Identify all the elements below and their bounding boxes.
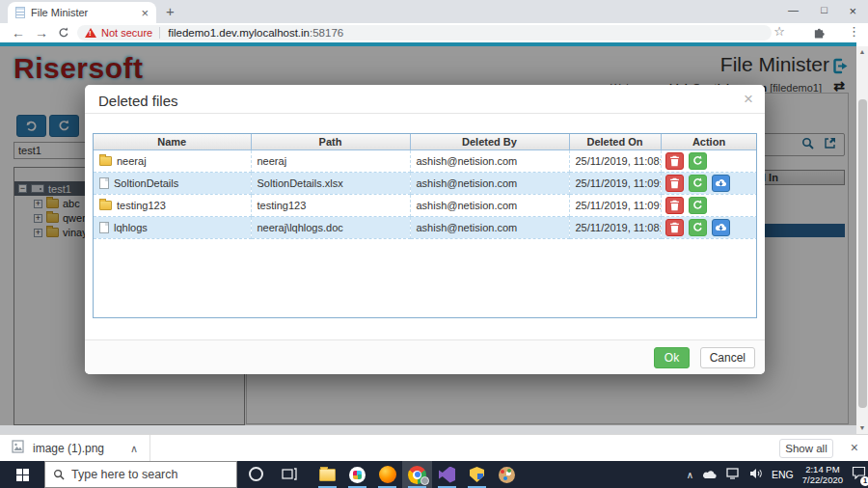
delete-button[interactable] [665,197,684,214]
restore-button[interactable] [689,219,707,236]
delete-button[interactable] [665,175,684,192]
deleted-file-row[interactable]: SoltionDetailsSoltionDetails.xlsxashish@… [94,172,757,194]
deleted-by: ashish@netision.com [410,149,569,172]
language-indicator[interactable]: ENG [772,469,794,480]
file-path: testing123 [251,194,410,216]
new-tab-button[interactable]: + [166,3,175,19]
taskbar-app-shield[interactable] [462,461,492,488]
start-button[interactable] [0,461,44,488]
not-secure-warning-icon[interactable] [85,28,96,38]
screen: File Minister × + — □ × ← → Not secure f… [0,0,868,488]
windows-logo-icon [16,469,29,481]
window-minimize-button[interactable]: — [788,4,799,15]
ok-button[interactable]: Ok [654,347,690,368]
deleted-on: 25/11/2019, 11:09:22 am [569,194,661,216]
col-deleted-on[interactable]: Deleted On [569,134,661,149]
back-icon[interactable]: ← [12,24,25,41]
taskbar-apps [312,461,522,488]
onedrive-cloud-icon[interactable] [702,466,718,483]
cortana-icon[interactable] [249,467,263,481]
paint-icon [499,467,515,483]
image-file-icon [12,440,24,457]
action-center-icon[interactable]: 1 [852,466,866,483]
modal-header: Deleted files × [85,85,765,114]
refresh-icon[interactable] [58,25,69,42]
file-icon [99,177,109,189]
show-all-button[interactable]: Show all [779,439,833,458]
url-bar[interactable]: Not secure filedemo1.dev.mylocalhost.in … [77,25,772,41]
deleted-file-row[interactable]: testing123testing123ashish@netision.com2… [94,194,757,216]
window-maximize-button[interactable]: □ [821,4,827,15]
download-filename[interactable]: image (1).png [33,442,104,455]
url-host[interactable]: filedemo1.dev.mylocalhost.in [168,27,310,39]
modal-body: Name Path Deleted By Deleted On Action n… [85,114,765,318]
bookmark-star-icon[interactable]: ☆ [773,24,785,39]
deleted-by: ashish@netision.com [410,172,569,194]
deleted-file-row[interactable]: neerajneerajashish@netision.com25/11/201… [94,149,757,172]
deleted-on: 25/11/2019, 11:08:21 am [569,216,661,238]
notification-badge: 1 [860,476,868,486]
restore-button[interactable] [689,152,707,170]
volume-icon[interactable] [749,466,763,483]
download-button[interactable] [712,175,730,192]
tab-strip: File Minister × + — □ × [0,0,868,23]
browser-tab[interactable]: File Minister × [8,2,156,23]
scroll-up-icon[interactable]: ▲ [856,46,868,58]
restore-button[interactable] [689,175,707,192]
browser-scrollbar[interactable]: ▲ ▼ [856,46,868,434]
extensions-puzzle-icon[interactable] [813,26,826,43]
taskbar-app-firefox[interactable] [372,461,402,488]
file-path: neeraj [251,149,410,172]
file-path: SoltionDetails.xlsx [251,172,410,194]
modal-title: Deleted files [98,93,178,109]
tab-close-icon[interactable]: × [141,6,149,20]
taskbar-search[interactable] [44,461,237,488]
taskbar: ∧ ENG 2:14 PM 7/22/2020 1 [0,461,868,488]
deleted-on: 25/11/2019, 11:08:21 am [569,149,661,172]
taskbar-app-paint[interactable] [492,461,522,488]
clock-date: 7/22/2020 [802,474,843,485]
cancel-button[interactable]: Cancel [700,347,755,368]
browser-menu-icon[interactable]: ⋮ [848,24,860,39]
deleted-files-grid: Name Path Deleted By Deleted On Action n… [93,133,757,318]
download-button[interactable] [712,219,730,236]
deleted-file-row[interactable]: lqhlogsneeraj\lqhlogs.docashish@netision… [94,216,757,238]
delete-button[interactable] [665,152,684,170]
download-bar-close-icon[interactable]: × [851,440,858,455]
clock[interactable]: 2:14 PM 7/22/2020 [802,464,843,485]
forward-icon[interactable]: → [35,24,48,41]
file-name: lqhlogs [114,222,148,233]
col-name[interactable]: Name [94,134,251,149]
file-name: testing123 [117,200,166,211]
scrollbar-thumb[interactable] [858,99,867,408]
deleted-by: ashish@netision.com [410,216,569,238]
taskbar-app-visual-studio[interactable] [432,461,462,488]
taskbar-app-explorer[interactable] [312,461,342,488]
scroll-down-icon[interactable]: ▼ [856,422,868,434]
deleted-files-rows: neerajneerajashish@netision.com25/11/201… [94,149,757,238]
visual-studio-icon [439,467,455,483]
task-view-icon[interactable] [282,467,297,485]
taskbar-app-chrome[interactable] [402,461,432,488]
col-action[interactable]: Action [661,134,757,149]
tab-favicon-icon [15,7,25,18]
system-tray: ∧ ENG 2:14 PM 7/22/2020 1 [687,461,866,488]
deleted-by: ashish@netision.com [410,194,569,216]
page-bottom-scroll-strip [0,425,856,434]
modal-close-icon[interactable]: × [744,92,753,107]
taskbar-app-slack[interactable] [342,461,372,488]
download-item[interactable]: image (1).png ∧ [12,438,138,459]
file-name: neeraj [117,155,147,167]
restore-button[interactable] [689,197,707,214]
tray-chevron-icon[interactable]: ∧ [687,470,693,480]
taskbar-search-input[interactable] [71,468,216,481]
col-path[interactable]: Path [251,134,410,149]
download-caret-icon[interactable]: ∧ [130,443,138,455]
network-icon[interactable] [726,466,741,483]
window-close-button[interactable]: × [849,4,856,18]
url-port[interactable]: :58176 [310,27,343,39]
page-accent-bar [0,42,856,46]
col-deleted-by[interactable]: Deleted By [410,134,569,149]
not-secure-label[interactable]: Not secure [101,27,152,39]
delete-button[interactable] [665,219,684,236]
